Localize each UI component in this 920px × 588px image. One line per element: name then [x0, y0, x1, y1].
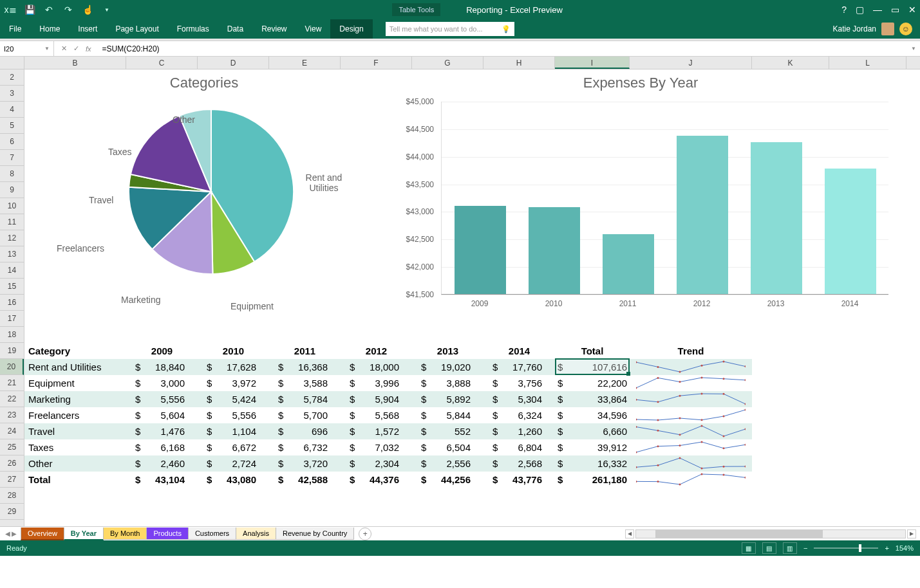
fx-icon[interactable]: fx [84, 45, 93, 53]
row-header-5[interactable]: 5 [0, 118, 24, 134]
col-header-H[interactable]: H [483, 57, 555, 69]
col-header-L[interactable]: L [829, 57, 906, 69]
col-header-F[interactable]: F [341, 57, 412, 69]
qat-dropdown-icon[interactable]: ▼ [100, 3, 113, 16]
row-header-17[interactable]: 17 [0, 311, 24, 327]
ribbon-display-icon[interactable]: ▢ [856, 5, 864, 15]
row-header-20[interactable]: 20 [0, 359, 24, 375]
row-header-15[interactable]: 15 [0, 279, 24, 295]
row-header-10[interactable]: 10 [0, 198, 24, 214]
col-header-E[interactable]: E [269, 57, 341, 69]
row-header-7[interactable]: 7 [0, 150, 24, 166]
zoom-slider[interactable] [814, 547, 878, 549]
sheet-tab-by-month[interactable]: By Month [103, 528, 147, 540]
view-normal-icon[interactable]: ▦ [742, 542, 756, 554]
minimize-icon[interactable]: — [873, 5, 882, 15]
row-header-4[interactable]: 4 [0, 102, 24, 118]
data-table[interactable]: Category200920102011201220132014TotalTre… [24, 343, 752, 488]
table-row[interactable]: Rent and Utilities$18,840$17,628$16,368$… [24, 359, 752, 375]
name-box-dropdown-icon[interactable]: ▼ [44, 46, 50, 51]
row-header-19[interactable]: 19 [0, 343, 24, 359]
redo-icon[interactable]: ↷ [62, 3, 75, 16]
row-header-14[interactable]: 14 [0, 262, 24, 279]
view-page-layout-icon[interactable]: ▤ [762, 542, 776, 554]
col-header-B[interactable]: B [24, 57, 126, 69]
zoom-level[interactable]: 154% [896, 544, 914, 552]
row-header-23[interactable]: 23 [0, 407, 24, 423]
tab-insert[interactable]: Insert [69, 19, 106, 39]
zoom-out-icon[interactable]: − [803, 544, 807, 552]
row-header-9[interactable]: 9 [0, 182, 24, 198]
add-sheet-button[interactable]: + [359, 528, 371, 540]
feedback-smile-icon[interactable]: ☺ [899, 23, 912, 35]
sheet-tab-by-year[interactable]: By Year [64, 528, 104, 540]
tab-scroll-left-icon[interactable]: ◀ [5, 530, 10, 537]
row-header-26[interactable]: 26 [0, 455, 24, 472]
row-header-2[interactable]: 2 [0, 69, 24, 86]
table-row[interactable]: Travel$1,476$1,104$696$1,572$552$1,260$6… [24, 423, 752, 439]
maximize-icon[interactable]: ▭ [891, 5, 899, 15]
col-header-I[interactable]: I [555, 57, 630, 69]
row-header-16[interactable]: 16 [0, 295, 24, 311]
tab-design[interactable]: Design [330, 19, 372, 39]
table-total-row[interactable]: Total$43,104$43,080$42,588$44,376$44,256… [24, 472, 752, 488]
help-icon[interactable]: ? [841, 5, 847, 15]
col-header-D[interactable]: D [198, 57, 269, 69]
pie-chart[interactable]: Categories Rent and UtilitiesEquipmentMa… [24, 69, 384, 324]
table-row[interactable]: Other$2,460$2,724$3,720$2,304$2,556$2,56… [24, 455, 752, 472]
save-icon[interactable]: 💾 [23, 3, 36, 16]
row-header-28[interactable]: 28 [0, 488, 24, 504]
row-header-18[interactable]: 18 [0, 327, 24, 343]
tab-scroll-right-icon[interactable]: ▶ [12, 530, 17, 537]
cells-area[interactable]: Categories Rent and UtilitiesEquipmentMa… [24, 69, 920, 526]
name-box[interactable]: I20 ▼ [0, 41, 54, 56]
row-header-3[interactable]: 3 [0, 86, 24, 102]
row-header-6[interactable]: 6 [0, 134, 24, 150]
row-header-13[interactable]: 13 [0, 246, 24, 262]
tab-home[interactable]: Home [30, 19, 69, 39]
row-header-29[interactable]: 29 [0, 504, 24, 520]
touch-icon[interactable]: ☝ [81, 3, 94, 16]
col-header-G[interactable]: G [412, 57, 483, 69]
row-header-11[interactable]: 11 [0, 214, 24, 230]
tab-view[interactable]: View [296, 19, 331, 39]
sheet-tab-customers[interactable]: Customers [188, 528, 236, 540]
hscroll-right-icon[interactable]: ▶ [907, 529, 916, 538]
row-header-21[interactable]: 21 [0, 375, 24, 391]
formula-expand-icon[interactable]: ▼ [907, 46, 920, 51]
tab-data[interactable]: Data [218, 19, 252, 39]
row-header-25[interactable]: 25 [0, 439, 24, 455]
row-header-24[interactable]: 24 [0, 423, 24, 439]
row-header-27[interactable]: 27 [0, 472, 24, 488]
tab-review[interactable]: Review [252, 19, 296, 39]
user-name[interactable]: Katie Jordan [833, 24, 876, 33]
row-header-8[interactable]: 8 [0, 166, 24, 182]
cancel-formula-icon[interactable]: ✕ [59, 44, 69, 53]
row-header-12[interactable]: 12 [0, 230, 24, 246]
undo-icon[interactable]: ↶ [42, 3, 55, 16]
tab-page-layout[interactable]: Page Layout [106, 19, 167, 39]
table-row[interactable]: Equipment$3,000$3,972$3,588$3,996$3,888$… [24, 375, 752, 391]
hscroll-left-icon[interactable]: ◀ [625, 529, 634, 538]
sheet-tab-revenue[interactable]: Revenue by Country [276, 528, 354, 540]
row-header-22[interactable]: 22 [0, 391, 24, 407]
horizontal-scrollbar[interactable] [635, 529, 906, 538]
col-header-J[interactable]: J [630, 57, 752, 69]
tellme-search[interactable]: Tell me what you want to do... 💡 [386, 22, 514, 36]
enter-formula-icon[interactable]: ✓ [71, 44, 81, 53]
close-icon[interactable]: ✕ [908, 5, 916, 15]
sheet-tab-analysis[interactable]: Analysis [236, 528, 276, 540]
table-row[interactable]: Freelancers$5,604$5,556$5,700$5,568$5,84… [24, 407, 752, 423]
formula-input[interactable]: =SUM(C20:H20) [99, 41, 908, 56]
sheet-tab-products[interactable]: Products [146, 528, 188, 540]
table-row[interactable]: Marketing$5,556$5,424$5,784$5,904$5,892$… [24, 391, 752, 407]
tab-formulas[interactable]: Formulas [168, 19, 218, 39]
zoom-in-icon[interactable]: + [885, 544, 888, 552]
select-all-corner[interactable] [0, 57, 24, 69]
col-header-C[interactable]: C [126, 57, 198, 69]
col-header-K[interactable]: K [752, 57, 829, 69]
sheet-tab-overview[interactable]: Overview [21, 528, 64, 540]
tab-file[interactable]: File [0, 19, 30, 39]
table-row[interactable]: Taxes$6,168$6,672$6,732$7,032$6,504$6,80… [24, 439, 752, 455]
avatar[interactable] [881, 23, 894, 35]
